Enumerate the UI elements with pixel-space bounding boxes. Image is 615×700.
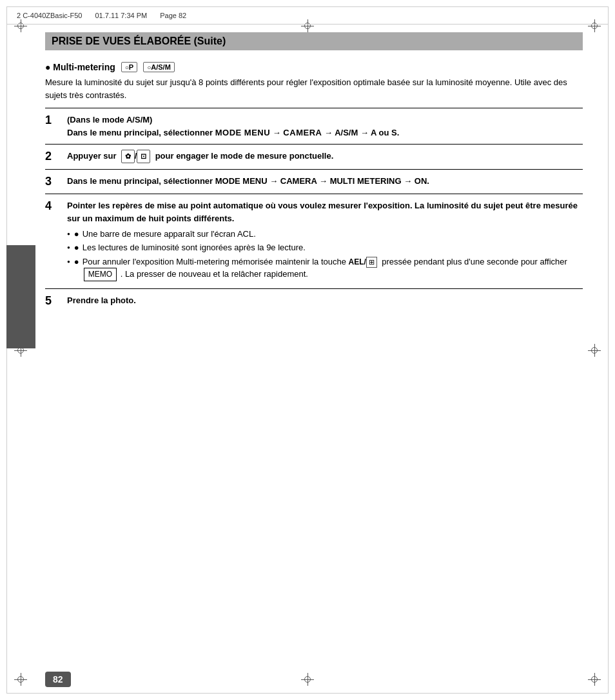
step-1-number: 1 (45, 114, 63, 128)
step-1-content: (Dans le mode A/S/M) Dans le menu princi… (67, 114, 583, 139)
asm-badge: ○ A/S/M (143, 62, 175, 72)
title-bar: PRISE DE VUES ÉLABORÉE (Suite) (45, 32, 583, 50)
sidebar-tab (6, 245, 35, 348)
asm-text: A/S/M (151, 63, 171, 71)
step-5-content: Prendre la photo. (67, 294, 583, 307)
step-3: 3 Dans le menu principal, sélectionner M… (45, 169, 583, 194)
sub-bullet-3: ● Pour annuler l'exposition Multi-meteri… (67, 256, 583, 281)
header-right: Page 82 (160, 12, 186, 19)
ael-label: AEL/ (349, 257, 366, 266)
header-left: 2 C-4040ZBasic-F50 (17, 12, 83, 19)
step-2: 2 Appuyer sur ✿/⊡ pour engager le mode d… (45, 144, 583, 169)
step-3-text: Dans le menu principal, sélectionner MOD… (67, 176, 429, 186)
header-center: 01.7.11 7:34 PM (95, 12, 148, 19)
sub-bullet-1: ● Une barre de mesure apparaît sur l'écr… (67, 228, 583, 240)
main-content: PRISE DE VUES ÉLABORÉE (Suite) ● Multi-m… (45, 32, 583, 648)
step-1: 1 (Dans le mode A/S/M) Dans le menu prin… (45, 108, 583, 144)
step-4-main-text: Pointer les repères de mise au point aut… (67, 201, 578, 223)
crosshair-mid-right (588, 344, 601, 357)
bullet-description: Mesure la luminosité du sujet sur jusqu'… (45, 76, 583, 101)
sub-bullet-dot-2: ● (74, 242, 79, 254)
crosshair-bottom-center (301, 673, 314, 686)
step-3-number: 3 (45, 175, 63, 189)
step-5-text: Prendre la photo. (67, 295, 136, 305)
sub-bullet-dot-3: ● (74, 256, 79, 268)
step-2-content: Appuyer sur ✿/⊡ pour engager le mode de … (67, 150, 583, 163)
step-2-text: Appuyer sur ✿/⊡ pour engager le mode de … (67, 151, 333, 161)
sub-bullet-text-1: Une barre de mesure apparaît sur l'écran… (83, 228, 256, 240)
crosshair-bottom-right (588, 673, 601, 686)
step-4-content: Pointer les repères de mise au point aut… (67, 199, 583, 283)
sub-bullet-text-3: Pour annuler l'exposition Multi-metering… (83, 256, 583, 281)
op-badge: ○ P (121, 62, 137, 72)
step-1-text: (Dans le mode A/S/M) Dans le menu princi… (67, 115, 399, 137)
op-text: P (129, 63, 133, 71)
sub-bullet-text-2: Les lectures de luminosité sont ignorées… (83, 242, 306, 254)
bullet-section: ● Multi-metering ○ P ○ A/S/M Mesure la l… (45, 62, 583, 101)
bullet-label: ● Multi-metering (45, 62, 115, 72)
steps-container: 1 (Dans le mode A/S/M) Dans le menu prin… (45, 108, 583, 313)
step-5: 5 Prendre la photo. (45, 288, 583, 314)
page-number: 82 (45, 672, 71, 687)
step-2-number: 2 (45, 150, 63, 164)
header-bar: 2 C-4040ZBasic-F50 01.7.11 7:34 PM Page … (6, 6, 609, 25)
crosshair-bottom-left (14, 673, 27, 686)
memo-badge: MEMO (84, 268, 117, 281)
header-text: 2 C-4040ZBasic-F50 01.7.11 7:34 PM Page … (17, 12, 598, 19)
step-5-number: 5 (45, 294, 63, 308)
bullet-header: ● Multi-metering ○ P ○ A/S/M (45, 62, 583, 72)
step-4-sub-bullets: ● Une barre de mesure apparaît sur l'écr… (67, 228, 583, 281)
step-4-number: 4 (45, 199, 63, 214)
sub-bullet-dot-1: ● (74, 228, 79, 240)
step-3-content: Dans le menu principal, sélectionner MOD… (67, 175, 583, 188)
sub-bullet-2: ● Les lectures de luminosité sont ignoré… (67, 242, 583, 254)
page-title: PRISE DE VUES ÉLABORÉE (Suite) (52, 35, 226, 47)
ael-icon: ⊞ (366, 257, 377, 268)
step-4: 4 Pointer les repères de mise au point a… (45, 194, 583, 288)
